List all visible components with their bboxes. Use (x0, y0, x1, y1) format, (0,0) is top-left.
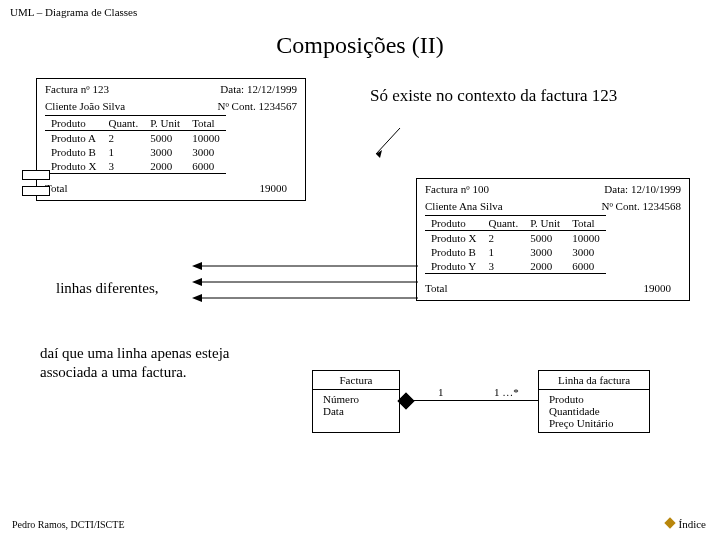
svg-marker-5 (192, 278, 202, 286)
invoice-right-cont: Nº Cont. 1234568 (602, 200, 682, 212)
note-top: Só existe no contexto da factura 123 (370, 86, 620, 106)
uml-class-factura: Factura Número Data (312, 370, 400, 433)
uml-mult-right: 1 …* (494, 386, 519, 398)
composition-diamond-icon (398, 393, 415, 410)
invoice-left-number: Factura nº 123 (45, 83, 109, 95)
invoice-left-client: Cliente João Silva (45, 100, 125, 112)
uml-class-attrs: Produto Quantidade Preço Unitário (539, 390, 649, 432)
svg-line-0 (376, 128, 400, 154)
invoice-right: Factura nº 100 Data: 12/10/1999 Cliente … (416, 178, 690, 301)
svg-marker-7 (192, 294, 202, 302)
arrow-down-icon (370, 128, 410, 166)
col-total: Total (566, 216, 606, 231)
col-produto: Produto (425, 216, 483, 231)
uml-class-attrs: Número Data (313, 390, 399, 432)
invoice-left-foot-total: 19000 (260, 182, 292, 194)
col-punit: P. Unit (524, 216, 566, 231)
footer-right-label: Índice (679, 518, 706, 530)
invoice-right-table: Produto Quant. P. Unit Total Produto X25… (425, 215, 606, 276)
table-row: Produto Y320006000 (425, 259, 606, 274)
col-quant: Quant. (483, 216, 525, 231)
invoice-right-foot-total: 19000 (644, 282, 676, 294)
invoice-right-number: Factura nº 100 (425, 183, 489, 195)
uml-class-name: Linha da factura (539, 371, 649, 390)
uml-class-linha: Linha da factura Produto Quantidade Preç… (538, 370, 650, 433)
table-row: Produto X2500010000 (425, 231, 606, 246)
uml-association-line (410, 400, 538, 401)
table-row: Produto B130003000 (425, 245, 606, 259)
footer-right-link[interactable]: Índice (666, 518, 706, 530)
note-mid: linhas diferentes, (56, 280, 158, 297)
page-header: UML – Diagrama de Classes (10, 6, 137, 18)
page: UML – Diagrama de Classes Composições (I… (0, 0, 720, 540)
pointer-tick (22, 186, 50, 196)
svg-marker-3 (192, 262, 202, 270)
footer-left: Pedro Ramos, DCTI/ISCTE (12, 519, 125, 530)
invoice-right-foot-label: Total (425, 282, 447, 294)
bullet-icon (664, 517, 675, 528)
uml-mult-left: 1 (438, 386, 444, 398)
invoice-left: Factura nº 123 Data: 12/12/1999 Cliente … (36, 78, 306, 201)
col-quant: Quant. (103, 116, 145, 131)
invoice-left-date: Data: 12/12/1999 (220, 83, 297, 95)
table-row: Produto A2500010000 (45, 131, 226, 146)
pointer-tick (22, 170, 50, 180)
invoice-right-client: Cliente Ana Silva (425, 200, 503, 212)
table-row: Produto X320006000 (45, 159, 226, 174)
table-row: Produto B130003000 (45, 145, 226, 159)
note-bottom: daí que uma linha apenas esteja associad… (40, 344, 270, 382)
col-produto: Produto (45, 116, 103, 131)
arrow-left-icon (192, 290, 420, 308)
invoice-left-table: Produto Quant. P. Unit Total Produto A25… (45, 115, 226, 176)
page-title: Composições (II) (0, 32, 720, 59)
invoice-left-cont: Nº Cont. 1234567 (218, 100, 298, 112)
uml-class-name: Factura (313, 371, 399, 390)
col-punit: P. Unit (144, 116, 186, 131)
col-total: Total (186, 116, 226, 131)
invoice-right-date: Data: 12/10/1999 (604, 183, 681, 195)
